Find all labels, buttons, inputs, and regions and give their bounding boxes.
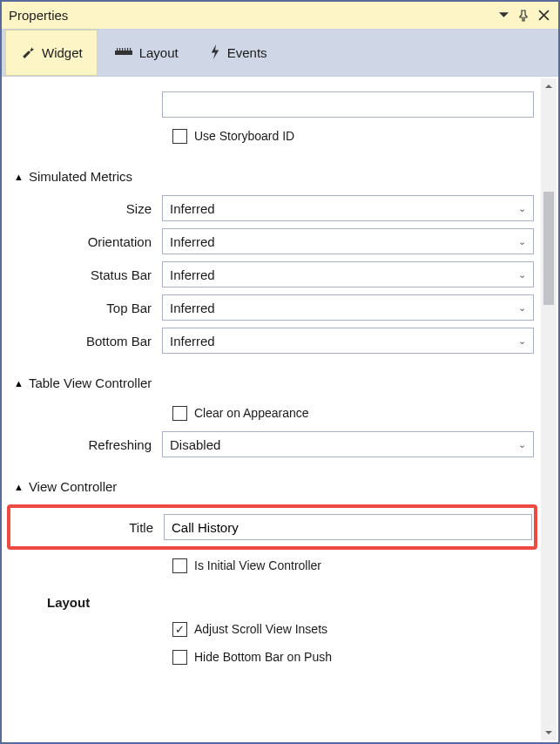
hide-bottom-checkbox[interactable]: Hide Bottom Bar on Push [172, 645, 534, 669]
storyboard-id-input[interactable] [162, 91, 534, 118]
bottom-bar-label: Bottom Bar [10, 334, 162, 348]
top-bar-value: Inferred [170, 301, 215, 315]
wrench-icon [20, 44, 35, 62]
tab-layout-label: Layout [139, 45, 179, 60]
dropdown-icon[interactable] [497, 9, 510, 22]
panel-title: Properties [9, 8, 497, 23]
orientation-value: Inferred [170, 234, 215, 249]
panel-controls [497, 8, 551, 24]
refreshing-label: Refreshing [10, 437, 162, 452]
ruler-icon [115, 45, 132, 60]
adjust-scroll-checkbox[interactable]: ✓ Adjust Scroll View Insets [172, 617, 534, 641]
properties-content: Use Storyboard ID ▲ Simulated Metrics Si… [2, 77, 558, 681]
status-bar-select[interactable]: Inferred ⌄ [162, 261, 534, 287]
collapse-icon: ▲ [14, 482, 24, 492]
scroll-thumb[interactable] [543, 192, 554, 305]
status-bar-value: Inferred [170, 267, 215, 282]
title-input[interactable] [164, 514, 532, 540]
checkbox-icon [172, 129, 187, 144]
refreshing-value: Disabled [170, 437, 220, 452]
clear-on-appearance-checkbox[interactable]: Clear on Appearance [172, 401, 534, 425]
refreshing-select[interactable]: Disabled ⌄ [162, 431, 534, 457]
tab-widget[interactable]: Widget [5, 30, 98, 76]
top-bar-select[interactable]: Inferred ⌄ [162, 294, 534, 321]
bottom-bar-select[interactable]: Inferred ⌄ [162, 328, 534, 354]
is-initial-checkbox[interactable]: Is Initial View Controller [172, 553, 534, 578]
scroll-up-icon[interactable] [541, 78, 557, 94]
is-initial-label: Is Initial View Controller [194, 558, 321, 572]
title-field-highlight: Title [7, 504, 537, 550]
checkbox-checked-icon: ✓ [172, 622, 187, 637]
tab-events-label: Events [227, 45, 267, 60]
tab-layout[interactable]: Layout [101, 30, 192, 76]
chevron-down-icon: ⌄ [518, 203, 526, 214]
panel-title-bar: Properties [2, 2, 558, 30]
svg-rect-1 [117, 48, 118, 51]
orientation-select[interactable]: Inferred ⌄ [162, 228, 534, 254]
close-icon[interactable] [536, 8, 551, 23]
tab-events[interactable]: Events [196, 30, 281, 76]
section-view-controller[interactable]: ▲ View Controller [14, 479, 534, 494]
section-table-view-controller[interactable]: ▲ Table View Controller [14, 375, 534, 390]
tab-widget-label: Widget [42, 45, 83, 60]
top-bar-label: Top Bar [10, 301, 162, 315]
chevron-down-icon: ⌄ [518, 236, 526, 247]
scrollbar[interactable] [541, 78, 557, 741]
use-storyboard-id-label: Use Storyboard ID [194, 129, 294, 143]
layout-subheader: Layout [47, 595, 534, 610]
section-simulated-metrics-label: Simulated Metrics [29, 169, 132, 184]
hide-bottom-label: Hide Bottom Bar on Push [194, 650, 332, 664]
status-bar-label: Status Bar [10, 267, 162, 282]
checkbox-icon [172, 650, 187, 665]
svg-rect-5 [127, 48, 128, 51]
bottom-bar-value: Inferred [170, 334, 215, 348]
svg-rect-2 [119, 48, 120, 51]
chevron-down-icon: ⌄ [518, 335, 526, 347]
svg-rect-4 [125, 48, 125, 51]
svg-rect-6 [130, 48, 131, 51]
orientation-label: Orientation [10, 234, 162, 249]
checkbox-icon [172, 406, 187, 421]
size-select[interactable]: Inferred ⌄ [162, 195, 534, 221]
section-vc-label: View Controller [29, 479, 117, 494]
pin-icon[interactable] [516, 8, 531, 24]
section-simulated-metrics[interactable]: ▲ Simulated Metrics [14, 169, 534, 184]
adjust-scroll-label: Adjust Scroll View Insets [194, 622, 327, 636]
scroll-down-icon[interactable] [541, 725, 557, 741]
chevron-down-icon: ⌄ [518, 439, 526, 450]
clear-on-appearance-label: Clear on Appearance [194, 406, 309, 420]
size-value: Inferred [170, 201, 215, 216]
size-label: Size [10, 201, 162, 216]
title-label: Title [12, 520, 164, 535]
collapse-icon: ▲ [14, 172, 24, 182]
collapse-icon: ▲ [14, 378, 24, 389]
svg-rect-3 [122, 48, 123, 51]
tab-bar: Widget Layout Events [2, 30, 558, 77]
chevron-down-icon: ⌄ [518, 269, 526, 281]
section-tvc-label: Table View Controller [29, 375, 152, 390]
lightning-icon [210, 44, 220, 62]
chevron-down-icon: ⌄ [518, 302, 526, 314]
use-storyboard-id-checkbox[interactable]: Use Storyboard ID [172, 124, 534, 148]
checkbox-icon [172, 558, 187, 573]
